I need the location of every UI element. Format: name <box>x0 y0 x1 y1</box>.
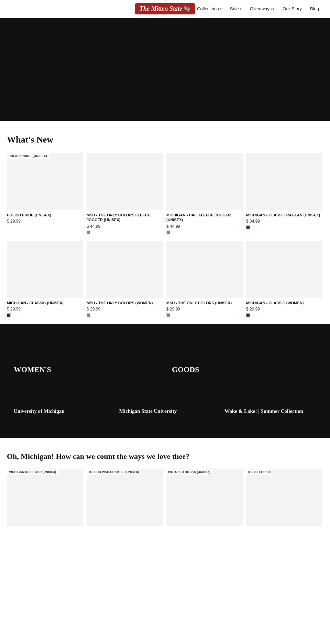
color-swatch <box>246 225 250 229</box>
nav-sale[interactable]: Sale ▾ <box>226 6 246 11</box>
color-swatch <box>166 313 170 317</box>
color-swatches <box>7 313 83 317</box>
product-badge: MICHIGAN REPEATER (UNISEX) <box>7 469 58 475</box>
product-badge: POLISH PRIDE (UNISEX) <box>7 153 49 159</box>
chevron-down-icon: ▾ <box>220 7 222 11</box>
product-image <box>246 153 322 210</box>
category-goods[interactable]: Goods <box>165 344 323 377</box>
product-image <box>87 153 163 210</box>
product-name: MICHIGAN - HAIL FLEECE JOGGER (UNISEX) <box>166 213 243 223</box>
product-image <box>166 153 243 210</box>
product-name: MSU - THE ONLY COLORS FLEECE JOGGER (UNI… <box>87 213 163 223</box>
product-card[interactable]: POLISH PRIDE (UNISEX) POLISH PRIDE (UNIS… <box>7 153 83 234</box>
product-image: IT'S BETTER IN <box>246 469 322 526</box>
product-price: $ 34.99 <box>246 219 322 224</box>
products-row-2: MICHIGAN - CLASSIC (UNISEX) $ 29.99 MSU … <box>7 241 323 317</box>
product-card[interactable]: MSU - THE ONLY COLORS (WOMEN) $ 29.99 <box>87 241 163 317</box>
color-swatch <box>246 313 250 317</box>
product-name: MSU - THE ONLY COLORS (WOMEN) <box>87 301 163 305</box>
michigan-section: Oh, Michigan! How can we count the ways … <box>0 438 330 533</box>
product-name: MICHIGAN - CLASSIC (WOMEN) <box>246 301 322 305</box>
color-swatches <box>246 313 322 317</box>
hero-banner <box>0 18 330 121</box>
product-price: $ 29.99 <box>246 307 322 312</box>
product-price: $ 29.99 <box>87 307 163 312</box>
product-image: PICTURED ROCKS (UNISEX) <box>166 469 243 526</box>
product-card[interactable]: MSU - THE ONLY COLORS (UNISEX) $ 29.99 <box>166 241 243 317</box>
product-image: MICHIGAN REPEATER (UNISEX) <box>7 469 83 526</box>
chevron-down-icon: ▾ <box>240 7 242 11</box>
collection-wake-and-lake[interactable]: Wake & Lake! | Summer Collection <box>218 405 323 418</box>
nav-collections[interactable]: Collections ▾ <box>193 6 226 11</box>
product-price: $ 44.99 <box>87 224 163 229</box>
nav-blog[interactable]: Blog <box>306 6 323 11</box>
color-swatches <box>87 230 163 234</box>
product-image: POLISH PRIDE (UNISEX) <box>7 153 83 210</box>
product-card[interactable]: MICHIGAN - CLASSIC RAGLAN (UNISEX) $ 34.… <box>246 153 322 234</box>
color-swatches <box>246 225 322 229</box>
whats-new-section: What's New POLISH PRIDE (UNISEX) POLISH … <box>0 121 330 324</box>
color-swatches <box>166 230 243 234</box>
product-image <box>7 241 83 298</box>
nav-giveaways[interactable]: Giveaways ▾ <box>246 6 279 11</box>
site-header: The Mitten State 🧤 Shop ▾ Collections ▾ … <box>0 0 330 18</box>
product-name: MICHIGAN - CLASSIC RAGLAN (UNISEX) <box>246 213 322 217</box>
whats-new-title: What's New <box>7 135 323 145</box>
product-name: POLISH PRIDE (UNISEX) <box>7 213 83 217</box>
product-card[interactable]: MICHIGAN - CLASSIC (WOMEN) $ 29.99 <box>246 241 322 317</box>
product-card[interactable]: IT'S BETTER IN <box>246 469 322 526</box>
product-image <box>166 241 243 298</box>
product-image <box>246 241 322 298</box>
collections-row: University of Michigan Michigan State Un… <box>7 405 323 418</box>
product-badge: TOLEDO WAR CHAMPS! (UNISEX) <box>87 469 141 475</box>
color-swatch <box>7 313 11 317</box>
categories-row: WOMEN'S Goods <box>7 344 323 377</box>
products-row-1: POLISH PRIDE (UNISEX) POLISH PRIDE (UNIS… <box>7 153 323 234</box>
product-price: $ 29.99 <box>7 219 83 224</box>
color-swatches <box>87 313 163 317</box>
product-card[interactable]: PICTURED ROCKS (UNISEX) <box>166 469 243 526</box>
product-name: MSU - THE ONLY COLORS (UNISEX) <box>166 301 243 305</box>
logo-text: The Mitten State <box>140 5 182 12</box>
category-womens[interactable]: WOMEN'S <box>7 344 165 377</box>
product-card[interactable]: MICHIGAN - HAIL FLEECE JOGGER (UNISEX) $… <box>166 153 243 234</box>
color-swatch <box>166 230 170 234</box>
logo-icon: 🧤 <box>184 5 190 12</box>
collection-university-of-michigan[interactable]: University of Michigan <box>7 405 112 418</box>
product-image: TOLEDO WAR CHAMPS! (UNISEX) <box>87 469 163 526</box>
nav-our-story[interactable]: Our Story <box>278 6 306 11</box>
product-name: MICHIGAN - CLASSIC (UNISEX) <box>7 301 83 305</box>
michigan-section-title: Oh, Michigan! How can we count the ways … <box>7 452 323 461</box>
product-card[interactable]: MSU - THE ONLY COLORS FLEECE JOGGER (UNI… <box>87 153 163 234</box>
dark-promo-section: WOMEN'S Goods University of Michigan Mic… <box>0 324 330 438</box>
chevron-down-icon: ▾ <box>273 7 274 11</box>
product-price: $ 44.99 <box>166 224 243 229</box>
michigan-products-row: MICHIGAN REPEATER (UNISEX) TOLEDO WAR CH… <box>7 469 323 526</box>
color-swatches <box>166 313 243 317</box>
product-card[interactable]: TOLEDO WAR CHAMPS! (UNISEX) <box>87 469 163 526</box>
color-swatch <box>87 313 90 317</box>
product-badge: PICTURED ROCKS (UNISEX) <box>166 469 212 475</box>
product-card[interactable]: MICHIGAN REPEATER (UNISEX) <box>7 469 83 526</box>
color-swatch <box>87 230 90 234</box>
product-price: $ 29.99 <box>166 307 243 312</box>
product-card[interactable]: MICHIGAN - CLASSIC (UNISEX) $ 29.99 <box>7 241 83 317</box>
collection-michigan-state[interactable]: Michigan State University <box>112 405 218 418</box>
logo[interactable]: The Mitten State 🧤 <box>135 3 195 14</box>
product-price: $ 29.99 <box>7 307 83 312</box>
product-badge: IT'S BETTER IN <box>246 469 272 475</box>
product-image <box>87 241 163 298</box>
